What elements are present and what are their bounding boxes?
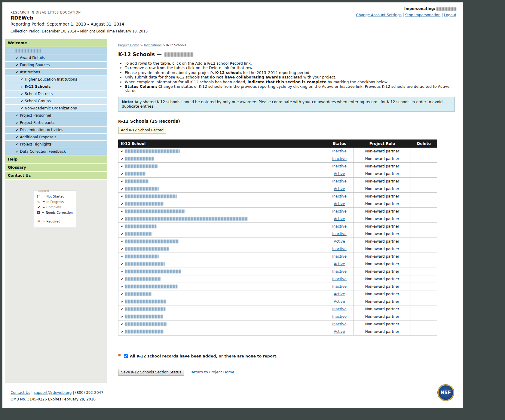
school-name-redacted-link[interactable]: [125, 277, 161, 281]
school-name-redacted-link[interactable]: [125, 202, 164, 206]
school-name-redacted-link[interactable]: [125, 307, 165, 311]
change-account-settings-link[interactable]: Change Account Settings: [356, 13, 402, 17]
check-icon: ✔: [121, 157, 124, 161]
school-name-redacted-link[interactable]: [125, 157, 154, 161]
school-name-cell: ✔: [118, 320, 325, 328]
school-name-redacted-link[interactable]: [125, 179, 148, 183]
school-name-redacted-link[interactable]: [125, 300, 166, 303]
status-link-inactive[interactable]: Inactive: [332, 247, 347, 251]
status-link-active[interactable]: Active: [334, 217, 345, 221]
school-name-redacted-link[interactable]: [125, 292, 152, 296]
stop-impersonation-link[interactable]: Stop Impersonation: [405, 13, 440, 17]
status-link-inactive[interactable]: Inactive: [332, 224, 347, 228]
sidebar-item-non-academic-organizations[interactable]: ✔Non-Academic Organizations: [5, 105, 107, 112]
sidebar-item-help[interactable]: Help: [5, 155, 107, 164]
status-link-inactive[interactable]: Inactive: [332, 269, 347, 274]
status-link-inactive[interactable]: Inactive: [332, 209, 347, 213]
status-link-inactive[interactable]: Inactive: [332, 322, 347, 326]
status-link-active[interactable]: Active: [334, 202, 345, 206]
school-name-redacted-link[interactable]: [125, 225, 156, 228]
save-section-status-button[interactable]: Save K-12 Schools Section Status: [118, 369, 184, 376]
school-name-redacted-link[interactable]: [125, 322, 167, 326]
school-name-redacted-link[interactable]: [125, 285, 177, 288]
status-link-active[interactable]: Active: [334, 262, 345, 266]
status-link-inactive[interactable]: Inactive: [332, 284, 347, 289]
school-name-redacted-link[interactable]: [125, 149, 180, 153]
footer-contact-us[interactable]: Contact Us: [11, 391, 30, 395]
school-name-redacted-link[interactable]: [125, 217, 248, 221]
status-cell: Inactive: [325, 268, 354, 275]
breadcrumb-project-home[interactable]: Project Home: [118, 43, 139, 47]
sidebar-item-award-details[interactable]: ✔Award Details: [5, 54, 107, 62]
status-link-inactive[interactable]: Inactive: [332, 314, 347, 319]
status-link-inactive[interactable]: Inactive: [332, 232, 347, 236]
impersonating-label: Impersonating:: [404, 7, 435, 11]
school-name-redacted-link[interactable]: [125, 232, 152, 236]
divider: [118, 365, 455, 365]
school-name-redacted-link[interactable]: [125, 255, 159, 258]
school-name-cell: ✔: [118, 222, 325, 230]
instruction-item: Only submit data for those K-12 schools …: [125, 75, 455, 79]
school-name-cell: ✔: [118, 313, 325, 320]
school-name-redacted-link[interactable]: [125, 210, 185, 213]
sidebar-item-project-participants[interactable]: ✔Project Participants: [5, 119, 107, 127]
page-title-text: K-12 Schools —: [118, 51, 162, 57]
breadcrumb-institutions[interactable]: Institutions: [144, 43, 162, 47]
sidebar-item-school-groups[interactable]: ✔School Groups: [5, 98, 107, 105]
sidebar-item-funding-sources[interactable]: ✔Funding Sources: [5, 62, 107, 69]
legend-item-in-progress: ✎=In Progress: [37, 200, 73, 204]
status-cell: Inactive: [325, 305, 354, 313]
status-link-active[interactable]: Active: [334, 330, 345, 334]
status-link-inactive[interactable]: Inactive: [332, 149, 347, 153]
sidebar-item-project-highlights[interactable]: ✔Project Highlights: [5, 141, 107, 148]
delete-cell: [411, 298, 437, 305]
status-link-active[interactable]: Active: [334, 299, 345, 304]
sidebar-item-dissemination-activities[interactable]: ✔Dissemination Activities: [5, 127, 107, 134]
school-name-cell: ✔: [118, 260, 325, 268]
sidebar-item-data-collection-feedback[interactable]: ✔Data Collection Feedback: [5, 148, 107, 155]
records-complete-label[interactable]: All K-12 school records have been added,…: [130, 354, 278, 358]
status-link-active[interactable]: Active: [334, 172, 345, 176]
sidebar-item-project-personnel[interactable]: ✔Project Personnel: [5, 112, 107, 119]
sidebar-item-contact-us[interactable]: Contact Us: [5, 172, 107, 180]
add-k12-school-record-button[interactable]: Add K-12 School Record: [118, 127, 166, 133]
status-cell: Inactive: [325, 155, 354, 162]
sidebar-item-higher-education-institutions[interactable]: ✔Higher Education Institutions: [5, 76, 107, 83]
school-name-redacted-link[interactable]: [125, 164, 158, 168]
sidebar-item-welcome[interactable]: Welcome: [5, 39, 107, 47]
school-name-redacted-link[interactable]: [125, 172, 145, 176]
status-link-inactive[interactable]: Inactive: [332, 157, 347, 161]
school-name-redacted-link[interactable]: [125, 240, 179, 243]
status-link-inactive[interactable]: Inactive: [332, 164, 347, 168]
check-icon: ✔: [16, 135, 18, 139]
sidebar-item-institutions[interactable]: ✔Institutions: [5, 69, 107, 76]
school-name-redacted-link[interactable]: [125, 247, 169, 251]
status-link-inactive[interactable]: Inactive: [332, 307, 347, 311]
sidebar-item-k-12-schools[interactable]: ✔K-12 Schools: [5, 83, 107, 90]
status-link-inactive[interactable]: Inactive: [332, 194, 347, 198]
footer-support-rdeweb-org[interactable]: support@rdeweb.org: [34, 391, 72, 395]
status-link-active[interactable]: Active: [334, 292, 345, 296]
school-name-redacted-link[interactable]: [125, 187, 159, 191]
records-complete-checkbox[interactable]: [124, 354, 128, 358]
status-link-inactive[interactable]: Inactive: [332, 254, 347, 259]
project-role-cell: Non-award partner: [354, 215, 411, 222]
return-to-project-home-link[interactable]: Return to Project Home: [191, 370, 234, 374]
status-link-inactive[interactable]: Inactive: [332, 179, 347, 183]
logout-link[interactable]: Logout: [444, 13, 456, 17]
sidebar-item-glossary[interactable]: Glossary: [5, 164, 107, 172]
status-link-inactive[interactable]: Inactive: [332, 277, 347, 281]
sidebar-item-school-districts[interactable]: ✔School Districts: [5, 90, 107, 98]
sidebar-item-additional-proposals[interactable]: ✔Additional Proposals: [5, 134, 107, 141]
school-name-redacted-link[interactable]: [125, 195, 177, 198]
school-name-redacted-link[interactable]: [125, 315, 163, 318]
sidebar-item-redacted[interactable]: [5, 47, 107, 54]
status-link-active[interactable]: Active: [334, 187, 345, 191]
sidebar-item-label: Institutions: [20, 70, 40, 74]
school-name-redacted-link[interactable]: [125, 270, 181, 273]
check-icon: ✔: [121, 262, 124, 266]
school-name-redacted-link[interactable]: [125, 330, 164, 333]
status-link-active[interactable]: Active: [334, 239, 345, 244]
legend-items: =Not Started✎=In Progress✔=Complete✕=Nee…: [37, 195, 73, 223]
school-name-redacted-link[interactable]: [125, 262, 165, 266]
